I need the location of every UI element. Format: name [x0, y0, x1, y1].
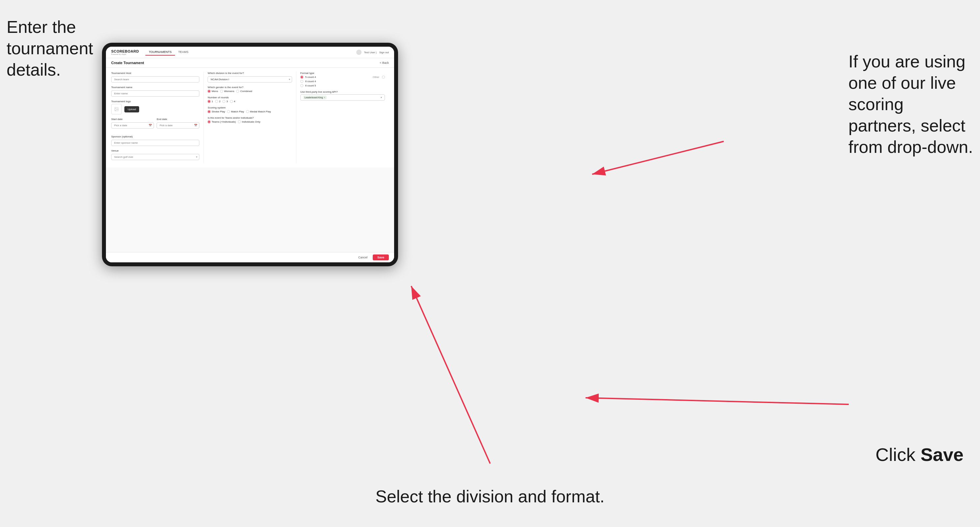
- search-golf-club-input[interactable]: [111, 154, 199, 160]
- round-3[interactable]: 3: [223, 100, 228, 103]
- division-input-container[interactable]: ▾: [208, 76, 292, 83]
- sponsor-label: Sponsor (optional): [111, 135, 199, 138]
- round-4-radio[interactable]: [230, 100, 233, 103]
- mens-label: Mens: [212, 90, 218, 93]
- combined-radio[interactable]: [236, 90, 239, 93]
- start-date-input[interactable]: [111, 122, 154, 129]
- round-2-radio[interactable]: [215, 100, 218, 103]
- match-label: Match Play: [231, 110, 244, 113]
- calendar-icon: 📅: [149, 124, 152, 127]
- round-3-label: 3: [226, 100, 228, 103]
- panel-footer: Cancel Save: [106, 252, 394, 262]
- round-4-label: 4: [234, 100, 235, 103]
- 6count5-label: 6 count 5: [305, 84, 316, 87]
- round-1[interactable]: 1: [208, 100, 213, 103]
- other-radio[interactable]: [382, 76, 385, 79]
- gender-group: Which gender is the event for? Mens Wome…: [208, 86, 292, 93]
- stroke-radio[interactable]: [208, 110, 210, 113]
- 6count5-radio[interactable]: [300, 84, 303, 87]
- teams-label-text: Teams (+Individuals): [212, 120, 236, 123]
- tournament-name-label: Tournament name: [111, 86, 199, 89]
- round-2-label: 2: [219, 100, 220, 103]
- rounds-label: Number of rounds: [208, 96, 292, 99]
- venue-label: Venue: [111, 149, 199, 152]
- 6count4-radio[interactable]: [300, 80, 303, 83]
- brand: SCOREBOARD Powered by clippit: [111, 49, 139, 55]
- api-chevron-icon: ▾: [380, 96, 382, 99]
- division-input[interactable]: [208, 76, 292, 83]
- gender-label: Which gender is the event for?: [208, 86, 292, 89]
- division-group: Which division is the event for? ▾: [208, 71, 292, 83]
- round-4[interactable]: 4: [230, 100, 235, 103]
- womens-label: Womens: [224, 90, 234, 93]
- scoring-medal-match[interactable]: Medal Match Play: [246, 110, 271, 113]
- user-text: Test User |: [364, 51, 377, 54]
- tournament-logo-label: Tournament logo: [111, 100, 199, 103]
- search-team-input[interactable]: [111, 76, 199, 83]
- logo-upload-area: Upload: [111, 104, 199, 114]
- gender-combined[interactable]: Combined: [236, 90, 252, 93]
- gender-mens[interactable]: Mens: [208, 90, 218, 93]
- teams-radio[interactable]: [208, 120, 210, 123]
- match-radio[interactable]: [227, 110, 230, 113]
- api-input-container[interactable]: Leaderboard King × ▾: [300, 94, 385, 101]
- api-remove-button[interactable]: ×: [324, 96, 325, 99]
- start-date-input-container: 📅: [111, 122, 154, 129]
- form-col-3: Format type 5 count 4 Other: [296, 71, 389, 163]
- tournament-logo-group: Tournament logo Upload: [111, 100, 199, 114]
- panel-header: Create Tournament < Back: [106, 58, 394, 68]
- format-type-label: Format type: [300, 71, 385, 75]
- panel-title: Create Tournament: [111, 61, 144, 65]
- tournament-name-input[interactable]: [111, 90, 199, 97]
- individuals-radio[interactable]: [238, 120, 241, 123]
- venue-group: Venue ▾: [111, 149, 199, 160]
- rounds-group: Number of rounds 1 2: [208, 96, 292, 103]
- teams-radio-group: Teams (+Individuals) Individuals Only: [208, 120, 292, 123]
- individuals-only[interactable]: Individuals Only: [238, 120, 260, 123]
- format-6count4[interactable]: 6 count 4: [300, 80, 385, 83]
- round-1-radio[interactable]: [208, 100, 210, 103]
- scoring-radio-group: Stroke Play Match Play Medal Match Play: [208, 110, 292, 113]
- sponsor-input[interactable]: [111, 140, 199, 146]
- end-date-input-container: 📅: [157, 122, 199, 129]
- brand-sub: Powered by clippit: [111, 53, 139, 55]
- svg-line-6: [585, 398, 849, 404]
- main-content: Tournament Host Tournament name Tourname…: [106, 68, 394, 252]
- medal-match-radio[interactable]: [246, 110, 249, 113]
- teams-plus-individuals[interactable]: Teams (+Individuals): [208, 120, 236, 123]
- combined-label: Combined: [240, 90, 252, 93]
- tab-tournaments[interactable]: TOURNAMENTS: [145, 49, 175, 56]
- gender-womens[interactable]: Womens: [220, 90, 234, 93]
- rounds-radio-group: 1 2 3 4: [208, 100, 292, 103]
- format-6count5[interactable]: 6 count 5: [300, 84, 385, 87]
- svg-line-5: [592, 141, 724, 174]
- cancel-button[interactable]: Cancel: [356, 254, 370, 260]
- format-5count4[interactable]: 5 count 4 Other: [300, 76, 385, 79]
- scoring-stroke[interactable]: Stroke Play: [208, 110, 225, 113]
- round-2[interactable]: 2: [215, 100, 220, 103]
- gender-radio-group: Mens Womens Combined: [208, 90, 292, 93]
- svg-line-7: [411, 286, 490, 464]
- division-chevron-icon: ▾: [289, 78, 290, 81]
- upload-button[interactable]: Upload: [124, 106, 139, 113]
- scoring-match[interactable]: Match Play: [227, 110, 244, 113]
- back-link[interactable]: < Back: [380, 61, 389, 64]
- round-3-radio[interactable]: [223, 100, 225, 103]
- 5count4-radio[interactable]: [300, 76, 303, 79]
- end-date-input[interactable]: [157, 122, 199, 129]
- mens-radio[interactable]: [208, 90, 210, 93]
- tournament-host-label: Tournament Host: [111, 71, 199, 75]
- stroke-label: Stroke Play: [212, 110, 225, 113]
- 5count4-label: 5 count 4: [305, 76, 316, 79]
- teams-group: Is this event for Teams and/or Individua…: [208, 116, 292, 123]
- sign-out-link[interactable]: Sign out: [379, 51, 389, 54]
- scoring-label: Scoring system: [208, 106, 292, 109]
- form-col-2: Which division is the event for? ▾ Which…: [204, 71, 296, 163]
- round-1-label: 1: [212, 100, 213, 103]
- tab-teams[interactable]: TEAMS: [175, 49, 192, 56]
- form-grid: Tournament Host Tournament name Tourname…: [106, 68, 394, 167]
- format-section: 5 count 4 Other 6 count 4: [300, 76, 385, 87]
- api-label: Use third-party live scoring API?: [300, 90, 385, 94]
- womens-radio[interactable]: [220, 90, 223, 93]
- save-button[interactable]: Save: [373, 254, 389, 260]
